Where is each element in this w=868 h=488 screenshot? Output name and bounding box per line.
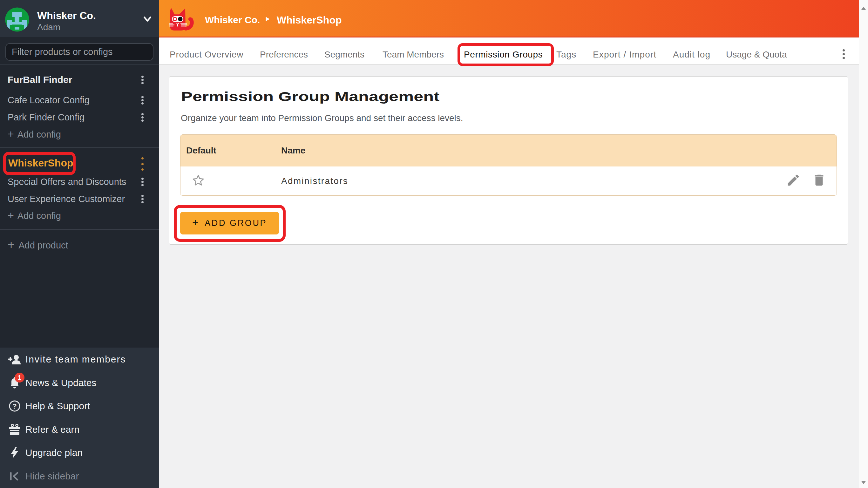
svg-text:?: ?: [12, 402, 17, 410]
